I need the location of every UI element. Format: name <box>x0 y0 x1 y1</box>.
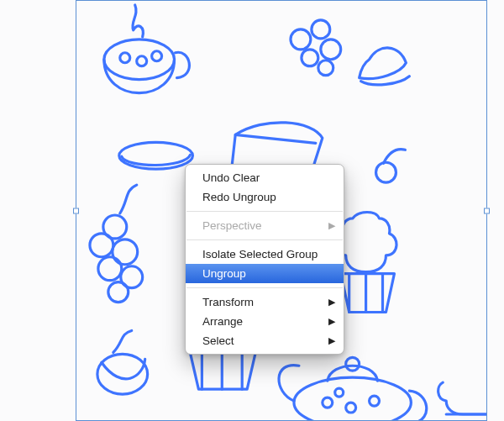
menu-item-label: Perspective <box>202 220 262 232</box>
menu-separator <box>186 211 343 212</box>
menu-item-label: Undo Clear <box>202 172 260 184</box>
submenu-arrow-icon: ▶ <box>328 221 335 230</box>
menu-item-transform[interactable]: Transform ▶ <box>186 292 344 312</box>
svg-point-20 <box>323 397 333 408</box>
menu-item-perspective: Perspective ▶ <box>186 216 344 235</box>
menu-item-label: Isolate Selected Group <box>202 249 318 260</box>
svg-point-19 <box>346 357 360 371</box>
context-menu: Undo Clear Redo Ungroup Perspective ▶ Is… <box>185 164 344 355</box>
submenu-arrow-icon: ▶ <box>328 317 335 326</box>
menu-item-arrange[interactable]: Arrange ▶ <box>186 312 344 331</box>
menu-item-redo[interactable]: Redo Ungroup <box>186 187 344 207</box>
submenu-arrow-icon: ▶ <box>328 297 335 307</box>
menu-item-select[interactable]: Select ▶ <box>186 331 344 350</box>
svg-point-9 <box>376 162 396 182</box>
svg-point-18 <box>294 377 411 420</box>
svg-point-23 <box>335 388 344 397</box>
menu-item-label: Redo Ungroup <box>202 192 276 203</box>
svg-point-8 <box>318 61 333 76</box>
svg-point-17 <box>97 354 148 394</box>
menu-item-ungroup[interactable]: Ungroup <box>186 264 344 283</box>
svg-point-12 <box>90 234 113 257</box>
menu-item-label: Ungroup <box>202 268 246 280</box>
menu-separator <box>186 287 343 288</box>
menu-item-label: Transform <box>202 297 254 308</box>
svg-point-14 <box>98 257 122 281</box>
menu-item-isolate-group[interactable]: Isolate Selected Group <box>186 245 344 264</box>
menu-item-label: Arrange <box>202 316 243 328</box>
menu-separator <box>186 239 343 240</box>
svg-point-0 <box>104 39 175 80</box>
svg-point-3 <box>152 51 162 61</box>
canvas[interactable]: Undo Clear Redo Ungroup Perspective ▶ Is… <box>0 0 504 421</box>
svg-point-7 <box>302 50 318 66</box>
svg-point-5 <box>312 20 330 39</box>
svg-point-1 <box>120 53 130 63</box>
menu-item-undo[interactable]: Undo Clear <box>186 168 344 187</box>
svg-point-22 <box>370 396 380 406</box>
svg-point-16 <box>108 282 129 303</box>
menu-item-label: Select <box>202 335 234 347</box>
submenu-arrow-icon: ▶ <box>328 336 335 345</box>
svg-point-6 <box>321 39 341 60</box>
svg-point-2 <box>137 56 147 66</box>
svg-point-4 <box>291 29 311 50</box>
svg-point-21 <box>346 403 356 413</box>
svg-point-13 <box>113 239 138 265</box>
